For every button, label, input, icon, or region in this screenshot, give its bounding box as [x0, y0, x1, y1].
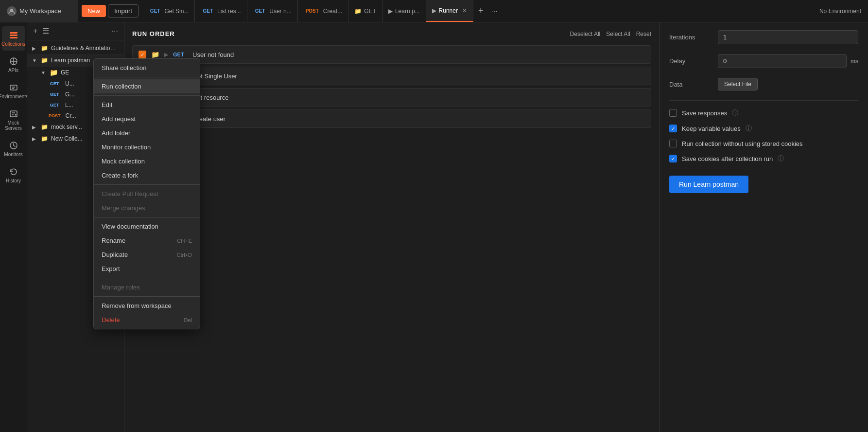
- workspace-icon: [7, 6, 17, 16]
- tab-method: GET: [148, 8, 162, 14]
- menu-item-0[interactable]: Share collection: [94, 61, 200, 75]
- menu-item-10[interactable]: View documentation: [94, 219, 200, 234]
- menu-item-label: Manage roles: [102, 284, 140, 291]
- menu-item-label: Monitor collection: [102, 144, 151, 151]
- tab-method: GET: [201, 8, 215, 14]
- menu-item-16[interactable]: Delete Del: [94, 313, 200, 327]
- sidebar-item-monitors[interactable]: Monitors: [2, 137, 25, 161]
- keep-variable-info-icon[interactable]: ⓘ: [746, 124, 752, 133]
- menu-item-15[interactable]: Remove from workspace: [94, 299, 200, 313]
- menu-item-label: Add request: [102, 115, 136, 123]
- menu-item-7[interactable]: Create a fork: [94, 168, 200, 182]
- menu-item-label: Add folder: [102, 129, 130, 137]
- close-tab-icon[interactable]: ✕: [462, 7, 467, 14]
- request-folder-icon: 📁: [151, 51, 159, 58]
- request-name: U...: [65, 80, 74, 87]
- menu-item-5[interactable]: Monitor collection: [94, 140, 200, 154]
- save-cookies-info-icon[interactable]: ⓘ: [778, 154, 784, 163]
- new-button[interactable]: New: [82, 5, 106, 17]
- delay-row: Delay ms: [669, 54, 858, 68]
- tab-2[interactable]: GETUser n...: [247, 0, 298, 22]
- menu-item-label: Edit: [102, 101, 112, 108]
- menu-item-label: Run collection: [102, 83, 141, 90]
- menu-item-label: Export: [102, 265, 120, 272]
- menu-item-2[interactable]: Edit: [94, 98, 200, 112]
- deselect-all-button[interactable]: Deselect All: [570, 31, 601, 37]
- menu-item-13[interactable]: Export: [94, 262, 200, 276]
- run-collection-button[interactable]: Run Learn postman: [669, 176, 748, 193]
- runner-panel: RUN ORDER Deselect All Select All Reset …: [124, 22, 868, 432]
- menu-divider-1: [94, 95, 200, 96]
- menu-item-4[interactable]: Add folder: [94, 126, 200, 140]
- menu-item-label: Merge changes: [102, 204, 145, 212]
- request-name: L...: [65, 102, 73, 108]
- save-cookies-checkbox[interactable]: [669, 155, 677, 162]
- request-row: 📁 ▶ GET User not found: [132, 45, 651, 64]
- sidebar-item-collections[interactable]: Collections: [2, 26, 25, 51]
- menu-item-11[interactable]: Rename Ctrl+E: [94, 234, 200, 248]
- menu-item-3[interactable]: Add request: [94, 112, 200, 126]
- sidebar-item-apis[interactable]: APIs: [2, 53, 25, 77]
- sidebar-item-environments[interactable]: Environments: [2, 79, 25, 103]
- tab-name: Learn p...: [395, 8, 420, 15]
- menu-item-6[interactable]: Mock collection: [94, 154, 200, 168]
- keep-variable-checkbox[interactable]: [669, 125, 677, 132]
- reset-button[interactable]: Reset: [636, 31, 651, 37]
- add-tab-button[interactable]: +: [473, 6, 488, 16]
- request-method: POST: [47, 113, 63, 119]
- svg-rect-6: [10, 111, 17, 117]
- tab-4[interactable]: 📁GET: [348, 0, 382, 22]
- tab-6[interactable]: ▶Runner✕: [426, 0, 473, 22]
- iterations-label: Iterations: [669, 34, 718, 41]
- tab-3[interactable]: POSTCreat...: [298, 0, 349, 22]
- menu-divider-0: [94, 77, 200, 77]
- request-method: GET: [47, 102, 62, 108]
- sidebar-item-history[interactable]: History: [2, 163, 25, 187]
- folder-icon: 📁: [50, 69, 58, 76]
- workspace-button[interactable]: My Workspace: [0, 0, 78, 22]
- menu-item-12[interactable]: Duplicate Ctrl+D: [94, 248, 200, 262]
- menu-item-label: Create a fork: [102, 172, 138, 179]
- requests-list: 📁 ▶ GET User not found 📁 ▶ GET Get Singl…: [132, 45, 651, 128]
- delay-unit: ms: [851, 58, 858, 65]
- delay-input[interactable]: [718, 54, 847, 68]
- more-tabs-button[interactable]: ···: [488, 7, 501, 15]
- tab-1[interactable]: GETList res...: [195, 0, 247, 22]
- import-button[interactable]: Import: [108, 4, 139, 18]
- save-responses-checkbox[interactable]: [669, 109, 677, 117]
- tab-method: GET: [253, 8, 267, 14]
- select-file-button[interactable]: Select File: [718, 78, 758, 90]
- request-checkbox[interactable]: [139, 51, 146, 58]
- menu-item-1[interactable]: Run collection: [94, 79, 200, 93]
- menu-item-label: Delete: [102, 316, 120, 324]
- tabs-bar: GETGet Sin...GETList res...GETUser n...P…: [142, 0, 813, 22]
- collection-folder-icon: 📁: [41, 45, 48, 52]
- menu-item-8: Create Pull Request: [94, 187, 200, 201]
- svg-rect-1: [10, 32, 17, 34]
- workspace-name: My Workspace: [19, 7, 61, 15]
- tab-0[interactable]: GETGet Sin...: [142, 0, 195, 22]
- menu-item-label: View documentation: [102, 223, 158, 230]
- request-method: GET: [47, 91, 62, 97]
- settings-section: Iterations Delay ms Data Select File Sav…: [659, 22, 868, 432]
- menu-divider-14: [94, 296, 200, 297]
- data-label: Data: [669, 81, 718, 88]
- environment-selector[interactable]: No Environment: [813, 8, 868, 15]
- run-order-title: RUN ORDER: [132, 30, 175, 37]
- save-responses-row: Save responses ⓘ: [669, 108, 858, 117]
- select-all-button[interactable]: Select All: [606, 31, 630, 37]
- filter-collections-button[interactable]: ☰: [41, 26, 50, 36]
- tab-method: POST: [304, 8, 321, 14]
- chevron-icon: ▼: [32, 58, 38, 63]
- add-collection-button[interactable]: +: [32, 26, 38, 36]
- tab-name: GET: [364, 8, 376, 15]
- iterations-input[interactable]: [718, 30, 858, 44]
- request-name: G...: [65, 91, 74, 98]
- request-name: User not found: [192, 51, 234, 58]
- panel-more-button[interactable]: ···: [111, 26, 119, 36]
- collection-item-0[interactable]: ▶ 📁 Guidelines & Annotations dev: [27, 42, 124, 54]
- no-cookies-checkbox[interactable]: [669, 140, 677, 147]
- save-responses-info-icon[interactable]: ⓘ: [732, 108, 738, 117]
- tab-5[interactable]: ▶Learn p...: [382, 0, 426, 22]
- sidebar-item-mock-servers[interactable]: Mock Servers: [2, 105, 25, 135]
